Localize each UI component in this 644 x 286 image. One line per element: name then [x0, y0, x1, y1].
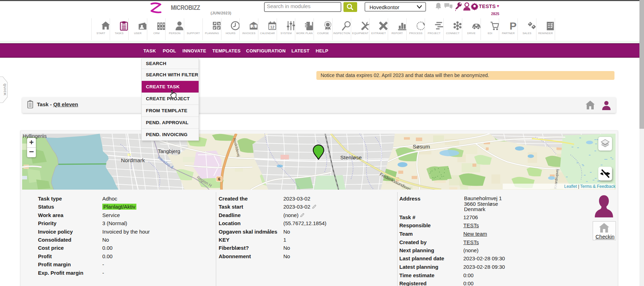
- svg-text:$: $: [252, 24, 255, 28]
- svg-text:QUICK: QUICK: [3, 84, 7, 96]
- svg-text:6: 6: [218, 177, 220, 181]
- svg-text:Søsum: Søsum: [413, 144, 430, 150]
- svg-text:Nordmark: Nordmark: [121, 157, 145, 163]
- svg-text:Tangbjerg: Tangbjerg: [158, 148, 180, 154]
- svg-text:12: 12: [270, 25, 274, 29]
- svg-text:P: P: [509, 21, 516, 31]
- svg-text:Stenløse: Stenløse: [340, 154, 362, 160]
